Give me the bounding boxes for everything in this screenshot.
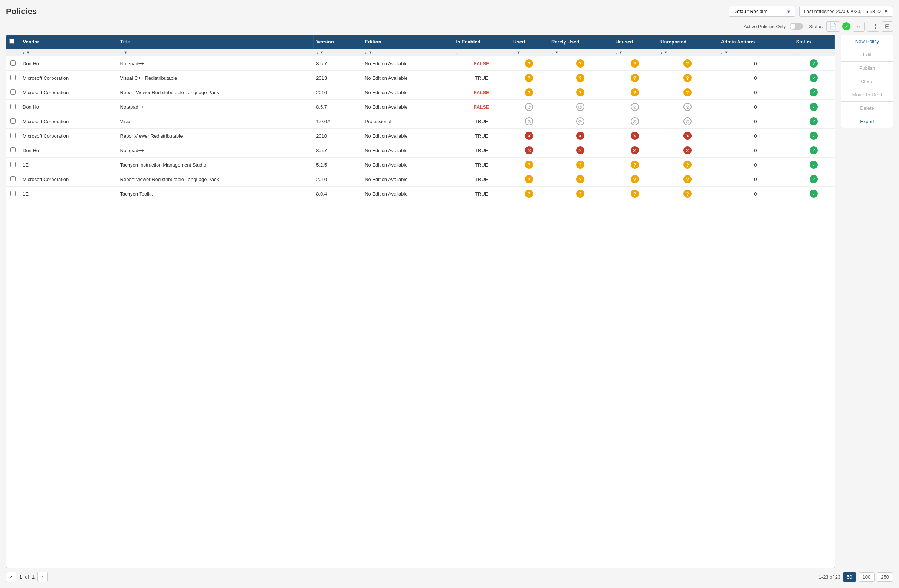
columns-icon-btn[interactable]: ⊞: [882, 21, 893, 31]
check-icon: ✓: [809, 132, 818, 140]
select-all-checkbox[interactable]: [9, 39, 14, 44]
per-page-100[interactable]: 100: [859, 573, 875, 582]
refresh-icon[interactable]: ↻: [877, 9, 881, 14]
cell-admin-actions: 0: [718, 187, 793, 201]
sort-status[interactable]: ↕: [796, 50, 798, 54]
reclaim-dropdown[interactable]: Default Reclaim ▼: [729, 6, 796, 17]
cell-status: ✓: [793, 187, 834, 201]
row-checkbox-3[interactable]: [11, 104, 15, 109]
cell-version: 5.2.5: [313, 157, 362, 172]
cell-rarely-used: ?: [548, 172, 612, 187]
delete-button[interactable]: Delete: [841, 101, 893, 115]
error-icon: ✕: [631, 146, 639, 154]
cell-status: ✓: [793, 129, 834, 143]
sort-version[interactable]: ↕: [316, 50, 318, 54]
row-checkbox-9[interactable]: [11, 191, 15, 196]
error-icon: ✕: [576, 132, 584, 140]
active-policies-toggle[interactable]: [789, 23, 803, 30]
policies-table: Vendor Title Version Edition Is Enabled …: [6, 35, 835, 201]
table-row: Microsoft Corporation Report Viewer Redi…: [6, 85, 835, 100]
filter-admin-actions[interactable]: ▼: [724, 50, 728, 54]
col-header-unused: Unused: [612, 35, 658, 49]
sort-is-enabled[interactable]: ↕: [456, 50, 458, 54]
cell-rarely-used: ✕: [548, 129, 612, 143]
question-icon: ?: [683, 175, 692, 183]
check-icon: ✓: [809, 190, 818, 198]
prev-page-button[interactable]: ‹: [6, 572, 16, 582]
expand-icon-btn[interactable]: ↔: [853, 22, 865, 31]
filter-unused[interactable]: ▼: [618, 50, 623, 54]
cell-admin-actions: 0: [718, 85, 793, 100]
error-icon: ✕: [525, 146, 533, 154]
action-sidebar: New Policy Edit Publish Clone Move To Dr…: [841, 34, 893, 568]
cell-unreported: ?: [658, 172, 718, 187]
records-range: 1-23 of 23: [819, 574, 841, 580]
filter-unreported[interactable]: ▼: [664, 50, 668, 54]
col-header-used: Used: [510, 35, 548, 49]
sort-title[interactable]: ↕: [120, 50, 122, 54]
cell-unused: ⊘: [612, 100, 658, 114]
cell-is-enabled: TRUE: [453, 143, 510, 157]
cell-title: ReportViewer Redistributable: [117, 129, 314, 143]
fullscreen-icon-btn[interactable]: ⛶: [867, 22, 879, 31]
cell-unreported: ?: [658, 187, 718, 201]
refresh-dropdown-icon[interactable]: ▼: [884, 9, 888, 14]
cell-admin-actions: 0: [718, 172, 793, 187]
cell-unreported: ✕: [658, 129, 718, 143]
cell-title: Notepad++: [117, 56, 314, 71]
status-label: Status: [809, 24, 823, 29]
cell-admin-actions: 0: [718, 100, 793, 114]
clone-button[interactable]: Clone: [841, 74, 893, 88]
cell-status: ✓: [793, 157, 834, 172]
new-policy-button[interactable]: New Policy: [841, 34, 893, 48]
sort-used[interactable]: ↕: [513, 50, 515, 54]
cell-edition: No Edition Available: [362, 100, 453, 114]
refresh-timestamp: Last refreshed 20/09/2023, 15:58: [804, 9, 875, 14]
blocked-icon: ⊘: [683, 117, 692, 125]
row-checkbox-4[interactable]: [11, 118, 15, 123]
question-icon: ?: [683, 190, 692, 198]
filter-title[interactable]: ▼: [124, 50, 128, 54]
filter-rarely-used[interactable]: ▼: [555, 50, 559, 54]
per-page-250[interactable]: 250: [877, 573, 893, 582]
filter-vendor[interactable]: ▼: [26, 50, 31, 54]
row-checkbox-0[interactable]: [11, 60, 15, 66]
export-button[interactable]: Export: [841, 115, 893, 128]
sort-edition[interactable]: ↕: [365, 50, 367, 54]
filter-version[interactable]: ▼: [320, 50, 324, 54]
cell-is-enabled: TRUE: [453, 129, 510, 143]
sort-unreported[interactable]: ↕: [660, 50, 663, 54]
cell-unused: ?: [612, 187, 658, 201]
cell-rarely-used: ?: [548, 85, 612, 100]
cell-version: 8.5.7: [313, 143, 362, 157]
cell-vendor: 1E: [20, 187, 117, 201]
cell-unreported: ?: [658, 157, 718, 172]
cell-used: ✕: [510, 129, 548, 143]
cell-status: ✓: [793, 71, 834, 85]
cell-unreported: ?: [658, 71, 718, 85]
sort-rarely-used[interactable]: ↕: [551, 50, 553, 54]
edit-button[interactable]: Edit: [841, 48, 893, 61]
row-checkbox-7[interactable]: [11, 162, 15, 167]
filter-used[interactable]: ▼: [516, 50, 521, 54]
question-icon: ?: [576, 175, 584, 183]
sort-vendor[interactable]: ↕: [23, 50, 25, 54]
question-icon: ?: [525, 175, 533, 183]
row-checkbox-1[interactable]: [11, 75, 15, 80]
per-page-50[interactable]: 50: [843, 573, 856, 582]
row-checkbox-5[interactable]: [11, 133, 15, 138]
cell-used: ?: [510, 85, 548, 100]
document-icon-btn[interactable]: 📄: [826, 21, 840, 31]
cell-version: 8.0.4: [313, 187, 362, 201]
move-to-draft-button[interactable]: Move To Draft: [841, 88, 893, 101]
row-checkbox-2[interactable]: [11, 90, 15, 94]
publish-button[interactable]: Publish: [841, 61, 893, 74]
sort-admin-actions[interactable]: ↕: [721, 50, 723, 54]
row-checkbox-8[interactable]: [11, 176, 15, 181]
sort-unused[interactable]: ↕: [615, 50, 617, 54]
cell-is-enabled: FALSE: [453, 100, 510, 114]
next-page-button[interactable]: ›: [37, 572, 48, 582]
row-checkbox-6[interactable]: [11, 147, 15, 153]
filter-edition[interactable]: ▼: [368, 50, 372, 54]
cell-title: Notepad++: [117, 100, 314, 114]
